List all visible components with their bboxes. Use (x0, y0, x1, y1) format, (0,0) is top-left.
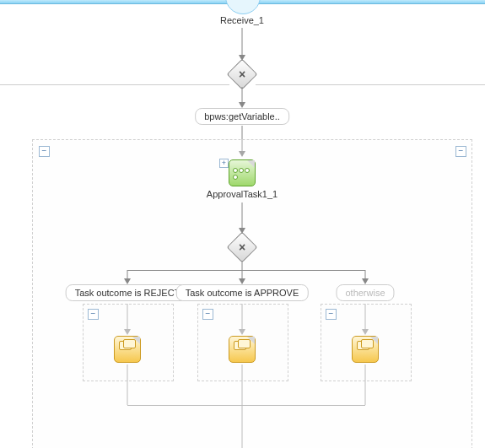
gateway-exclusive-bottom[interactable]: × (231, 236, 253, 258)
flow-arrow (365, 304, 366, 329)
branch-label: Task outcome is REJECT (75, 288, 181, 298)
assign-icon (234, 341, 246, 350)
collapse-toggle-right[interactable]: − (455, 146, 466, 157)
flow-arrow (242, 28, 243, 55)
assign-activity-approve[interactable] (229, 336, 256, 363)
collapse-toggle[interactable]: − (326, 309, 337, 320)
approval-task-node[interactable]: + (229, 159, 256, 186)
branch-label: otherwise (345, 288, 385, 298)
x-icon: × (239, 240, 245, 254)
collapse-toggle[interactable]: − (88, 309, 99, 320)
flow-arrowhead (239, 102, 245, 108)
flow-arrow (127, 364, 128, 405)
flow-arrowhead (362, 278, 369, 284)
branch-condition-otherwise[interactable]: otherwise (336, 284, 394, 301)
condition-expression[interactable]: bpws:getVariable.. (195, 108, 289, 125)
collapse-toggle-left[interactable]: − (39, 146, 50, 157)
flow-stub (242, 270, 243, 278)
divider-right (256, 84, 485, 85)
flow-stub (365, 270, 366, 278)
branch-label: Task outcome is APPROVE (186, 288, 299, 298)
flow-arrowhead (239, 278, 245, 284)
flow-arrow (242, 87, 243, 102)
divider-left (0, 84, 229, 85)
plus-icon[interactable]: + (219, 159, 229, 168)
assign-activity-reject[interactable] (114, 336, 141, 363)
flow-arrow (242, 405, 243, 448)
start-event-arc (225, 0, 261, 14)
flow-merge-bar (127, 405, 365, 406)
branch-condition-reject[interactable]: Task outcome is REJECT (66, 284, 190, 301)
condition-label: bpws:getVariable.. (204, 111, 280, 121)
flow-arrowhead (124, 278, 131, 284)
start-event-label: Receive_1 (220, 15, 264, 25)
flow-arrowhead (124, 329, 131, 335)
assign-activity-otherwise[interactable] (352, 336, 379, 363)
assign-icon (357, 341, 369, 350)
gateway-exclusive-top[interactable]: × (231, 63, 253, 85)
collapse-toggle[interactable]: − (202, 309, 213, 320)
x-icon: × (239, 67, 245, 81)
flow-arrow (242, 304, 243, 329)
flow-arrowhead (239, 329, 245, 335)
flow-arrow (365, 364, 366, 405)
flow-arrow (242, 202, 243, 228)
assign-icon (119, 341, 132, 350)
approval-task-label: ApprovalTask1_1 (207, 189, 278, 199)
human-task-icon (233, 167, 255, 181)
flow-split-bar (127, 270, 365, 271)
branch-condition-approve[interactable]: Task outcome is APPROVE (176, 284, 309, 301)
flow-arrow (242, 364, 243, 405)
flow-stub (127, 270, 128, 278)
flow-arrowhead (362, 329, 369, 335)
flow-arrow (127, 304, 128, 329)
